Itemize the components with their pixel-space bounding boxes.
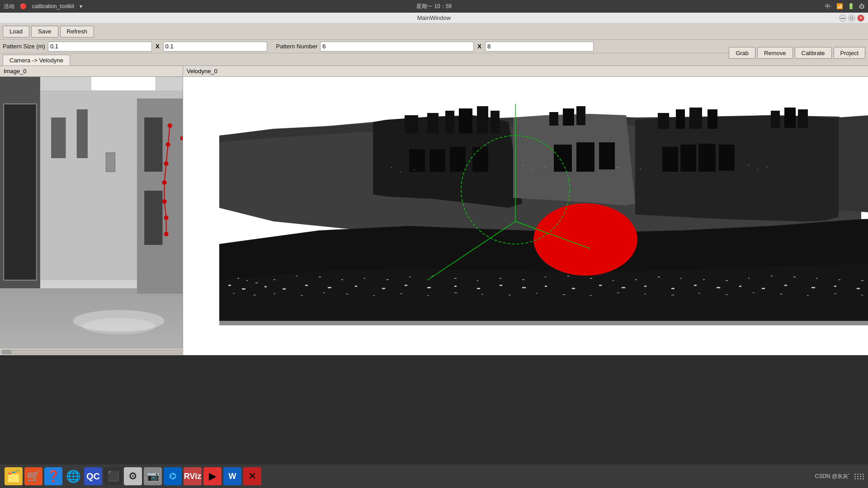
left-panel: Image_0 — [0, 66, 183, 355]
pattern-size-x-input[interactable] — [48, 42, 152, 52]
svg-rect-114 — [753, 292, 755, 293]
svg-rect-102 — [427, 295, 429, 296]
svg-rect-78 — [500, 285, 502, 286]
svg-rect-15 — [576, 106, 585, 125]
svg-rect-118 — [861, 295, 863, 296]
remove-button[interactable]: Remove — [757, 47, 793, 59]
battery-icon[interactable]: 🔋 — [848, 3, 854, 9]
svg-rect-108 — [590, 295, 592, 296]
image-container — [0, 77, 183, 348]
svg-rect-22 — [798, 109, 808, 128]
close-button[interactable]: ✕ — [857, 14, 864, 22]
main-content: Image_0 Velodyne_0 — [0, 66, 868, 355]
svg-rect-52 — [567, 276, 569, 277]
calibration-target — [533, 203, 637, 276]
svg-rect-32 — [698, 144, 716, 172]
toolbar: Load Save Refresh Grab Remove Calibrate … — [0, 23, 868, 40]
project-button[interactable]: Project — [834, 47, 865, 59]
svg-rect-123 — [531, 169, 532, 170]
svg-rect-24 — [429, 149, 445, 172]
vscode-icon[interactable]: ⌬ — [164, 467, 182, 485]
svg-rect-25 — [450, 147, 466, 172]
calibrate-button[interactable]: Calibrate — [795, 47, 832, 59]
save-button[interactable]: Save — [31, 26, 58, 38]
scrollbar-thumb[interactable] — [2, 350, 11, 354]
transmit-icon[interactable]: ▶ — [203, 467, 222, 485]
power-icon[interactable]: ⏻ — [859, 3, 864, 9]
velodyne-panel-header: Velodyne_0 — [183, 66, 868, 77]
activities-label[interactable]: 活动 — [4, 3, 14, 10]
svg-rect-57 — [680, 278, 682, 279]
svg-rect-14 — [563, 108, 574, 126]
svg-rect-84 — [644, 286, 646, 287]
qc-icon[interactable]: QC — [84, 467, 102, 485]
svg-rect-85 — [671, 288, 675, 289]
svg-rect-76 — [454, 286, 457, 287]
svg-rect-112 — [698, 293, 700, 294]
svg-rect-60 — [748, 278, 750, 279]
tab-camera-velodyne[interactable]: Camera -> Velodyne — [3, 55, 70, 66]
velodyne-view — [183, 77, 868, 355]
files-icon[interactable]: 🗂️ — [5, 467, 23, 485]
svg-rect-82 — [599, 285, 602, 286]
pattern-number-y-input[interactable] — [485, 42, 594, 52]
point-cloud — [219, 106, 868, 325]
svg-rect-83 — [622, 287, 625, 288]
terminal-icon[interactable]: ⬛ — [104, 467, 122, 485]
left-scrollbar[interactable] — [0, 348, 183, 355]
window-controls: — □ ✕ — [839, 14, 864, 22]
minimize-button[interactable]: — — [839, 14, 846, 22]
svg-rect-36 — [237, 278, 239, 279]
pattern-number-x-input[interactable] — [320, 42, 474, 52]
svg-rect-58 — [703, 279, 705, 280]
svg-rect-77 — [477, 288, 480, 289]
misc-icon[interactable]: ✕ — [243, 467, 261, 485]
svg-rect-28 — [576, 142, 594, 172]
svg-rect-96 — [274, 293, 275, 294]
chrome-icon[interactable]: 🌐 — [64, 467, 82, 485]
refresh-button[interactable]: Refresh — [60, 26, 94, 38]
svg-rect-109 — [617, 292, 619, 293]
camera-view — [0, 77, 183, 348]
svg-rect-37 — [246, 280, 248, 281]
svg-rect-8 — [427, 113, 439, 133]
svg-rect-110 — [644, 294, 646, 295]
svg-rect-9 — [445, 111, 454, 133]
rviz-icon[interactable]: RViz — [184, 467, 202, 485]
app-area: Load Save Refresh Grab Remove Calibrate … — [0, 23, 868, 355]
pattern-size-y-input[interactable] — [163, 42, 267, 52]
svg-rect-75 — [427, 287, 431, 288]
svg-rect-129 — [757, 169, 758, 170]
maximize-button[interactable]: □ — [848, 14, 855, 22]
settings-icon[interactable]: ⚙ — [124, 467, 142, 485]
svg-rect-29 — [599, 142, 615, 169]
svg-rect-13 — [549, 112, 558, 126]
help-icon[interactable]: ❓ — [44, 467, 62, 485]
wifi-icon[interactable]: 📶 — [836, 3, 843, 9]
appstore-icon[interactable]: 🛒 — [24, 467, 42, 485]
lang-indicator[interactable]: 中· — [825, 3, 832, 10]
svg-rect-64 — [839, 279, 840, 280]
dots-grid-icon[interactable] — [854, 474, 864, 479]
dropdown-icon[interactable]: ▾ — [80, 3, 82, 9]
svg-rect-67 — [242, 288, 245, 290]
svg-rect-47 — [454, 278, 457, 279]
svg-rect-127 — [640, 169, 641, 169]
camera-app-icon[interactable]: 📷 — [144, 467, 162, 485]
svg-rect-45 — [409, 277, 410, 277]
svg-rect-31 — [680, 145, 696, 172]
svg-rect-48 — [477, 280, 478, 281]
svg-rect-7 — [405, 115, 418, 133]
svg-rect-55 — [635, 279, 637, 280]
svg-rect-42 — [341, 279, 343, 280]
svg-rect-12 — [491, 111, 500, 133]
wps-icon[interactable]: W — [223, 467, 241, 485]
svg-rect-98 — [323, 292, 325, 293]
svg-rect-105 — [509, 295, 511, 296]
app-name-label[interactable]: calibration_toolkit — [32, 3, 74, 9]
grab-button[interactable]: Grab — [729, 47, 755, 59]
svg-rect-111 — [671, 295, 674, 296]
taskbar-label: CSDN @灰灰ﾞ — [815, 473, 851, 480]
svg-rect-61 — [771, 276, 773, 277]
load-button[interactable]: Load — [3, 26, 29, 38]
